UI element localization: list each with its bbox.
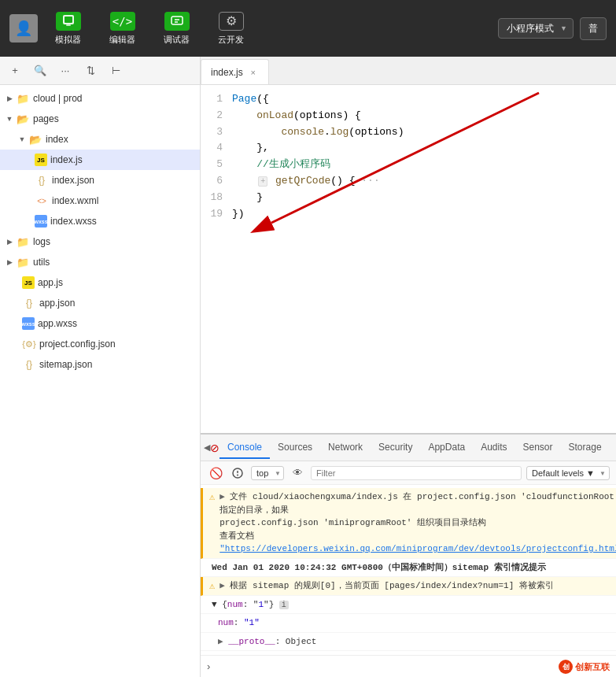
search-button[interactable]: 🔍	[31, 62, 49, 80]
tab-index-js[interactable]: index.js ×	[201, 59, 269, 84]
console-link-1[interactable]: "https://developers.weixin.qq.com/minipr…	[219, 544, 616, 553]
context-selector-wrapper: top	[251, 466, 284, 480]
obj-badge: i	[279, 601, 289, 609]
tree-item-pages[interactable]: ▼ 📂 pages	[0, 109, 200, 129]
simulator-label: 模拟器	[55, 34, 81, 46]
tree-item-app-json[interactable]: {} app.json	[0, 293, 200, 313]
more-button[interactable]: ···	[57, 62, 74, 80]
line-num-6: 6	[201, 173, 232, 190]
tab-console[interactable]: Console	[219, 437, 270, 459]
main-toolbar: 👤 模拟器 </> 编辑器 调试器 ⚙ 云开发 小程序模式 普	[0, 0, 616, 57]
tree-item-index-json[interactable]: {} index.json	[0, 170, 200, 191]
context-selector[interactable]: top	[251, 466, 284, 480]
line-num-5: 5	[201, 157, 232, 173]
code-line-19: 19 })	[201, 206, 616, 223]
wxml-icon-index-wxml: <>	[35, 194, 49, 208]
devtools-back-icon[interactable]: ◀	[204, 439, 210, 457]
tab-storage[interactable]: Storage	[561, 437, 610, 459]
line-content-5: //生成小程序码	[232, 157, 616, 173]
json-icon-sitemap: {}	[22, 357, 36, 372]
console-row-warn-2: ⚠ ▶ 根据 sitemap 的规则[0]，当前页面 [pages/index/…	[201, 577, 616, 596]
avatar[interactable]: 👤	[9, 14, 38, 43]
tab-sources[interactable]: Sources	[270, 437, 320, 459]
add-file-button[interactable]: +	[6, 62, 24, 80]
debugger-button[interactable]: 调试器	[153, 7, 201, 50]
line-num-1: 1	[201, 91, 232, 108]
tree-label-app-json: app.json	[39, 298, 75, 309]
tree-item-index-wxml[interactable]: <> index.wxml	[0, 191, 200, 211]
tree-item-project-config[interactable]: {⚙} project.config.json	[0, 334, 200, 354]
tab-trace[interactable]: Trace	[610, 437, 616, 459]
tree-item-index-folder[interactable]: ▼ 📂 index	[0, 129, 200, 150]
tree-label-pages: pages	[33, 113, 59, 124]
tree-item-logs[interactable]: ▶ 📁 logs	[0, 231, 200, 252]
devtools-stop-icon[interactable]: ⊘	[210, 439, 219, 457]
warn-text-1: ▶ 文件 cloud/xiaochengxuma/index.js 在 proj…	[219, 490, 616, 556]
simulator-icon	[56, 12, 81, 31]
tree-item-cloud[interactable]: ▶ 📁 cloud | prod	[0, 88, 200, 109]
console-row-proto-key: ▶ __proto__: Object	[201, 633, 616, 652]
line-content-6: + getQrCode() { ···	[232, 173, 616, 190]
level-selector[interactable]: Default levels ▼	[526, 466, 610, 480]
watermark-text: 创新互联	[575, 661, 610, 673]
folder-icon-index: 📂	[28, 132, 42, 146]
folder-icon-utils: 📁	[16, 255, 30, 269]
cloud-button[interactable]: ⚙ 云开发	[207, 7, 255, 50]
settings-button[interactable]: 普	[580, 17, 607, 40]
simulator-button[interactable]: 模拟器	[44, 7, 92, 50]
wxss-icon-index-wxss: wxss	[35, 215, 47, 228]
watermark-icon: 创	[559, 660, 573, 674]
mode-selector[interactable]: 小程序模式	[498, 18, 574, 39]
expand-btn-6[interactable]: +	[258, 176, 267, 187]
code-line-5: 5 //生成小程序码	[201, 157, 616, 173]
tree-arrow-logs: ▶	[3, 238, 16, 246]
cloud-label: 云开发	[218, 34, 244, 46]
console-input[interactable]	[213, 661, 610, 672]
tab-bar: index.js ×	[201, 57, 616, 85]
tree-label-cloud: cloud | prod	[33, 93, 83, 104]
editor-button[interactable]: </> 编辑器	[98, 7, 146, 50]
tab-audits[interactable]: Audits	[473, 437, 515, 459]
eye-icon[interactable]: 👁	[289, 464, 306, 482]
tab-security[interactable]: Security	[371, 437, 420, 459]
tab-network[interactable]: Network	[320, 437, 371, 459]
inspect-icon[interactable]	[229, 464, 246, 482]
tree-item-index-wxss[interactable]: wxss index.wxss	[0, 211, 200, 231]
tab-close-index-js[interactable]: ×	[248, 67, 259, 78]
tree-item-app-js[interactable]: JS app.js	[0, 272, 200, 293]
js-icon-index-js: JS	[35, 154, 47, 166]
tree-arrow-index-folder: ▼	[16, 135, 28, 143]
file-tree: ▶ 📁 cloud | prod ▼ 📂 pages ▼ 📂 index	[0, 85, 200, 677]
tree-arrow-pages: ▼	[3, 115, 16, 123]
tree-item-app-wxss[interactable]: wxss app.wxss	[0, 313, 200, 334]
svg-rect-1	[65, 17, 72, 23]
json-icon-index-json: {}	[35, 173, 49, 187]
tree-label-index-json: index.json	[52, 175, 94, 186]
collapse-button[interactable]: ⊢	[107, 62, 124, 80]
filter-input[interactable]	[311, 466, 522, 480]
line-content-4: },	[232, 140, 616, 157]
num-key-text: num: "1"	[218, 616, 610, 630]
line-num-4: 4	[201, 140, 232, 157]
tree-item-sitemap[interactable]: {} sitemap.json	[0, 354, 200, 375]
debugger-label: 调试器	[164, 34, 190, 46]
svg-rect-3	[172, 17, 183, 24]
warn-icon-1: ⚠	[209, 491, 215, 503]
tree-label-sitemap: sitemap.json	[39, 359, 92, 370]
tab-sensor[interactable]: Sensor	[515, 437, 561, 459]
editor-label: 编辑器	[109, 34, 135, 46]
json-icon-app-json: {}	[22, 296, 36, 310]
wxss-icon-app-wxss: wxss	[22, 317, 35, 330]
tree-item-utils[interactable]: ▶ 📁 utils	[0, 252, 200, 272]
config-icon-project: {⚙}	[22, 337, 36, 351]
sort-button[interactable]: ⇅	[82, 62, 99, 80]
tree-item-index-js[interactable]: JS index.js	[0, 150, 200, 170]
tree-label-index-wxml: index.wxml	[52, 195, 98, 206]
tab-appdata[interactable]: AppData	[420, 437, 473, 459]
main-area: + 🔍 ··· ⇅ ⊢ ▶ 📁 cloud | prod ▼ 📂 pages	[0, 57, 616, 677]
clear-console-button[interactable]: 🚫	[207, 464, 224, 482]
tab-label-index-js: index.js	[211, 67, 243, 78]
code-line-6: 6 + getQrCode() { ···	[201, 173, 616, 190]
editor-icon: </>	[110, 12, 135, 31]
line-num-18: 18	[201, 190, 232, 206]
